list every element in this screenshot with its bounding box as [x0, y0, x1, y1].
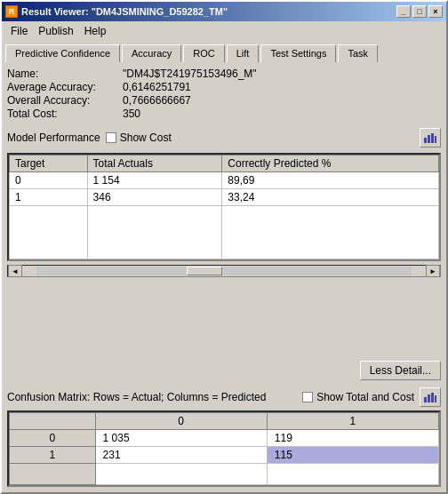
menu-help[interactable]: Help: [79, 23, 112, 39]
info-overall-acc-row: Overall Accuracy: 0,7666666667: [7, 94, 441, 107]
row0-correctly-predicted: 89,69: [222, 172, 439, 189]
confusion-matrix-label: Confusion Matrix: Rows = Actual; Columns…: [7, 391, 297, 403]
confusion-matrix-section: Confusion Matrix: Rows = Actual; Columns…: [7, 387, 441, 487]
model-performance-label: Model Performance: [7, 131, 100, 144]
svg-rect-5: [428, 394, 430, 402]
svg-rect-7: [435, 395, 436, 402]
scrollbar-thumb[interactable]: [187, 267, 222, 275]
confusion-col-header-1: 1: [267, 413, 438, 430]
confusion-row-0: 0 1 035 119: [10, 430, 439, 447]
less-detail-area: Less Detail...: [7, 361, 441, 380]
graph-button[interactable]: [420, 128, 441, 147]
info-total-cost-row: Total Cost: 350: [7, 108, 441, 120]
title-bar: R Result Viewer: "DM4JSMINING_D59282_TM"…: [2, 2, 446, 21]
app-icon: R: [5, 5, 18, 18]
main-table-wrapper: Target Total Actuals Correctly Predicted…: [7, 153, 441, 261]
avg-acc-value: 0,6146251791: [123, 81, 191, 93]
show-cost-container: Show Cost: [106, 131, 172, 144]
less-detail-button[interactable]: Less Detail...: [360, 361, 441, 380]
show-total-label: Show Total and Cost: [316, 391, 414, 403]
svg-rect-4: [424, 397, 427, 402]
confusion-row1-cell1: 115: [267, 447, 438, 464]
menu-publish[interactable]: Publish: [33, 23, 78, 39]
col-header-target: Target: [10, 155, 88, 172]
tab-test-settings[interactable]: Test Settings: [260, 44, 336, 62]
scrollbar-track[interactable]: [36, 267, 412, 275]
info-section: Name: "DM4J$T241975153496_M" Average Acc…: [7, 68, 441, 121]
scroll-left-button[interactable]: ◄: [8, 265, 22, 277]
tab-task[interactable]: Task: [338, 44, 378, 62]
row0-total-actuals: 1 154: [87, 172, 222, 189]
total-cost-label: Total Cost:: [7, 108, 123, 120]
total-cost-value: 350: [123, 108, 140, 120]
horizontal-scrollbar[interactable]: ◄ ►: [7, 265, 441, 277]
window-title: Result Viewer: "DM4JSMINING_D59282_TM": [21, 6, 228, 17]
confusion-col-header-empty: [10, 413, 96, 430]
confusion-row0-cell0: 1 035: [95, 430, 267, 447]
col-header-total-actuals: Total Actuals: [87, 155, 222, 172]
row1-target: 1: [10, 189, 88, 206]
confusion-row0-header: 0: [10, 430, 96, 447]
confusion-matrix-table: 0 1 0 1 035 119 1 231 115: [9, 412, 439, 485]
overall-acc-label: Overall Accuracy:: [7, 94, 123, 107]
svg-rect-6: [431, 393, 434, 402]
scroll-right-button[interactable]: ►: [426, 265, 440, 277]
col-header-correctly-predicted: Correctly Predicted %: [222, 155, 439, 172]
show-cost-label: Show Cost: [120, 131, 172, 144]
row1-total-actuals: 346: [87, 189, 222, 206]
row0-target: 0: [10, 172, 88, 189]
menu-file[interactable]: File: [5, 23, 33, 39]
minimize-button[interactable]: _: [396, 5, 411, 18]
confusion-col-header-0: 0: [95, 413, 267, 430]
main-window: R Result Viewer: "DM4JSMINING_D59282_TM"…: [0, 0, 448, 494]
tab-predictive-confidence[interactable]: Predictive Confidence: [5, 44, 120, 62]
avg-acc-label: Average Accuracy:: [7, 81, 123, 93]
tabs-container: Predictive Confidence Accuracy ROC Lift …: [2, 41, 446, 62]
svg-rect-3: [435, 136, 436, 143]
row1-correctly-predicted: 33,24: [222, 189, 439, 206]
tab-lift[interactable]: Lift: [227, 44, 260, 62]
confusion-row0-cell1: 119: [267, 430, 438, 447]
table-row: 1 346 33,24: [10, 189, 439, 206]
close-button[interactable]: ×: [428, 5, 443, 18]
confusion-row1-cell0: 231: [95, 447, 267, 464]
show-total-container: Show Total and Cost: [302, 391, 414, 403]
title-bar-left: R Result Viewer: "DM4JSMINING_D59282_TM": [5, 5, 228, 18]
main-table-section: Target Total Actuals Correctly Predicted…: [7, 153, 441, 361]
menu-bar: File Publish Help: [2, 21, 446, 41]
show-cost-checkbox[interactable]: [106, 132, 116, 143]
info-avg-acc-row: Average Accuracy: 0,6146251791: [7, 81, 441, 93]
confusion-graph-button[interactable]: [420, 387, 441, 407]
confusion-matrix-header: Confusion Matrix: Rows = Actual; Columns…: [7, 387, 441, 407]
title-controls: _ □ ×: [396, 5, 443, 18]
confusion-matrix-wrapper: 0 1 0 1 035 119 1 231 115: [7, 410, 441, 487]
model-performance-bar: Model Performance Show Cost: [7, 128, 441, 147]
svg-rect-1: [428, 135, 430, 143]
table-row: 0 1 154 89,69: [10, 172, 439, 189]
confusion-row-empty: [10, 464, 439, 485]
tab-accuracy[interactable]: Accuracy: [122, 44, 181, 62]
main-data-table: Target Total Actuals Correctly Predicted…: [9, 155, 439, 259]
name-value: "DM4J$T241975153496_M": [123, 68, 257, 80]
table-row-empty: [10, 206, 439, 259]
show-total-checkbox[interactable]: [302, 392, 313, 402]
confusion-row1-header: 1: [10, 447, 96, 464]
content-area: Name: "DM4J$T241975153496_M" Average Acc…: [2, 62, 446, 492]
info-name-row: Name: "DM4J$T241975153496_M": [7, 68, 441, 80]
name-label: Name:: [7, 68, 123, 80]
svg-rect-2: [431, 133, 434, 143]
confusion-row-1: 1 231 115: [10, 447, 439, 464]
tab-roc[interactable]: ROC: [183, 44, 224, 62]
overall-acc-value: 0,7666666667: [123, 94, 191, 107]
svg-rect-0: [424, 138, 427, 143]
maximize-button[interactable]: □: [412, 5, 427, 18]
